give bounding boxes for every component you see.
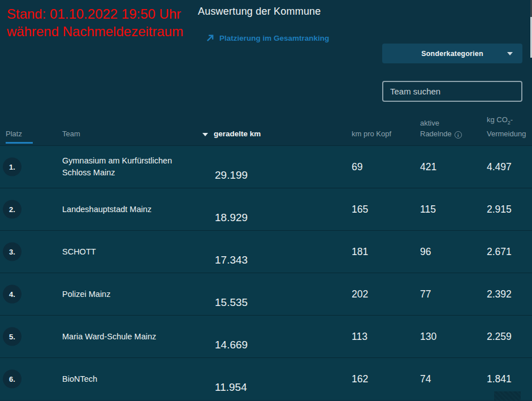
rank-badge: 5.	[3, 327, 21, 346]
rank-number: 1.	[9, 163, 15, 171]
table-row[interactable]: 1. Gymnasium am Kurfürstlichen Schloss M…	[0, 145, 532, 188]
team-name: Polizei Mainz	[62, 288, 202, 300]
rank-badge: 2.	[3, 200, 21, 219]
status-note: Stand: 01.10.2022 19:50 Uhr während Nach…	[7, 5, 183, 40]
table-row[interactable]: 5. Maria Ward-Schule Mainz 14.669 113 13…	[0, 315, 532, 357]
column-header-km-pro-kopf: km pro Kopf	[352, 128, 391, 139]
table-row[interactable]: 6. BioNTech 11.954 162 74 1.841	[0, 357, 532, 400]
aktive-radelnde-value: 130	[420, 331, 436, 343]
rank-badge: 6.	[3, 370, 21, 389]
page-title: Auswertung der Kommune	[198, 6, 321, 18]
co2-vermeidung-value: 1.841	[487, 373, 512, 385]
km-pro-kopf-value: 162	[352, 373, 368, 385]
table-row[interactable]: 4. Polizei Mainz 15.535 202 77 2.392	[0, 273, 532, 315]
status-note-line2: während Nachmeldezeitraum	[7, 23, 183, 40]
co2-line2: Vermeidung	[487, 130, 526, 138]
external-arrow-icon	[206, 34, 214, 42]
column-header-platz: Platz	[6, 128, 22, 139]
column-header-aktive-radelnde: aktiveRadelndei	[420, 118, 462, 139]
geradelte-km-value: 18.929	[215, 212, 248, 224]
sort-descending-icon	[202, 133, 208, 136]
geradelte-km-value: 15.535	[215, 296, 248, 309]
co2-dash: -	[511, 115, 513, 124]
kommune-auswertung-page: Stand: 01.10.2022 19:50 Uhr während Nach…	[0, 0, 532, 401]
aktive-line2: Radelnde	[420, 130, 452, 138]
column-header-geradelte-km[interactable]: geradelte km	[214, 128, 261, 139]
table-row[interactable]: 3. SCHOTT 17.343 181 96 2.671	[0, 230, 532, 273]
km-pro-kopf-value: 113	[352, 331, 367, 343]
dropdown-label: Sonderkategorien	[421, 50, 483, 58]
km-pro-kopf-value: 69	[352, 161, 362, 173]
aktive-radelnde-value: 74	[420, 373, 431, 385]
ranking-link-label: Platzierung im Gesamtranking	[219, 34, 329, 42]
co2-vermeidung-value: 2.259	[487, 331, 512, 343]
geradelte-km-value: 14.669	[215, 339, 248, 351]
rank-number: 2.	[9, 205, 15, 214]
team-name: Maria Ward-Schule Mainz	[62, 331, 202, 343]
team-name: BioNTech	[62, 373, 202, 385]
bottom-right-partial-element	[494, 391, 521, 401]
co2-vermeidung-value: 2.671	[487, 246, 512, 258]
rank-badge: 4.	[3, 285, 21, 304]
column-header-co2-vermeidung: kg CO2-Vermeidung	[487, 114, 526, 139]
rank-number: 5.	[9, 333, 15, 341]
status-note-line1: Stand: 01.10.2022 19:50 Uhr	[7, 5, 183, 23]
aktive-radelnde-value: 115	[420, 204, 436, 215]
aktive-line1: aktive	[420, 119, 439, 127]
table-row[interactable]: 2. Landeshauptstadt Mainz 18.929 165 115…	[0, 188, 532, 230]
table-header: Platz Team geradelte km km pro Kopf akti…	[0, 110, 532, 145]
rank-badge: 1.	[3, 158, 21, 176]
team-name: SCHOTT	[62, 246, 202, 258]
rank-number: 6.	[9, 375, 15, 383]
km-pro-kopf-value: 202	[352, 288, 368, 300]
active-column-indicator	[6, 142, 33, 144]
chevron-down-icon	[507, 52, 513, 55]
geradelte-km-value: 11.954	[215, 381, 247, 394]
co2-vermeidung-value: 4.497	[487, 161, 512, 173]
geradelte-km-value: 17.343	[215, 254, 248, 266]
table-body: 1. Gymnasium am Kurfürstlichen Schloss M…	[0, 145, 532, 400]
column-header-team: Team	[62, 128, 80, 139]
co2-prefix: kg CO	[487, 115, 508, 124]
km-pro-kopf-value: 181	[352, 246, 368, 258]
co2-vermeidung-value: 2.915	[487, 204, 512, 215]
team-name: Gymnasium am Kurfürstlichen Schloss Main…	[62, 155, 202, 179]
rank-number: 3.	[9, 248, 15, 256]
aktive-radelnde-value: 96	[420, 246, 431, 258]
team-search-input[interactable]	[382, 81, 522, 102]
km-pro-kopf-value: 165	[352, 204, 368, 215]
info-icon[interactable]: i	[455, 131, 462, 139]
geradelte-km-value: 29.199	[215, 169, 248, 182]
rank-number: 4.	[9, 290, 15, 299]
aktive-radelnde-value: 421	[420, 161, 436, 173]
co2-vermeidung-value: 2.392	[487, 288, 512, 300]
aktive-radelnde-value: 77	[420, 288, 431, 300]
rank-badge: 3.	[3, 243, 21, 261]
sonderkategorien-dropdown[interactable]: Sonderkategorien	[382, 44, 522, 63]
team-name: Landeshauptstadt Mainz	[62, 204, 202, 215]
ranking-link[interactable]: Platzierung im Gesamtranking	[206, 34, 329, 42]
